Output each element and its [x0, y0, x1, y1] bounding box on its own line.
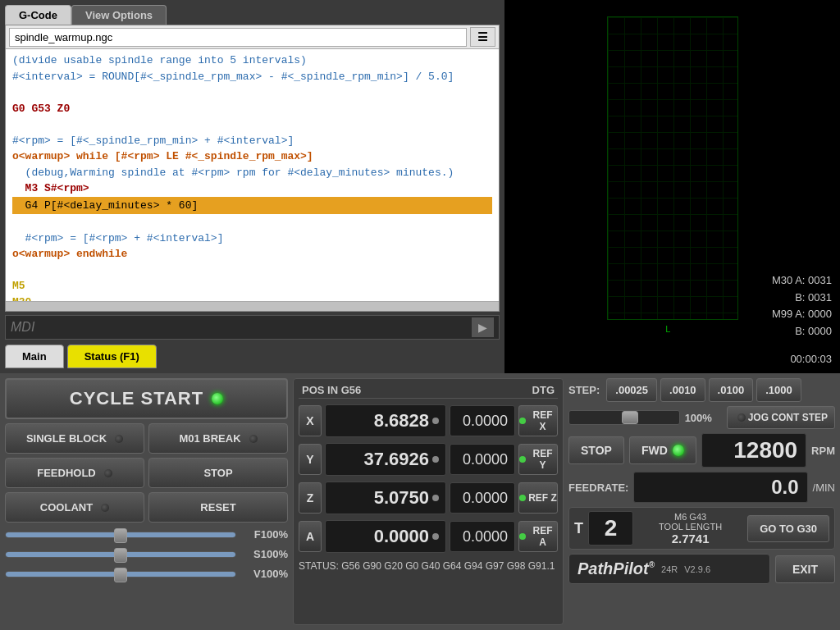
dro-row-z: Z 5.0750 0.0000 REF Z: [299, 480, 558, 516]
grid-lines: [608, 17, 737, 319]
controls-panel: CYCLE START SINGLE BLOCK M01 BREAK FEEDH…: [5, 378, 288, 625]
coolant-button[interactable]: COOLANT: [5, 492, 144, 523]
m01-break-button[interactable]: M01 BREAK: [148, 423, 288, 454]
jog-led: [737, 413, 746, 422]
x-dot: [432, 418, 439, 424]
s-slider-row: S100%: [5, 546, 288, 562]
jog-slider-row: 100% JOG CONT STEP: [568, 406, 835, 429]
jog-cont-step-button[interactable]: JOG CONT STEP: [727, 406, 835, 429]
3d-view-panel: L M30 A: 0031 B: 0031 M99 A: 0000 B: 000…: [504, 0, 840, 373]
file-menu-button[interactable]: ☰: [470, 27, 495, 47]
go-to-g30-button[interactable]: GO TO G30: [747, 515, 829, 542]
z-value: 5.0750: [325, 482, 446, 514]
jog-slider[interactable]: [568, 410, 680, 425]
code-editor[interactable]: (divide usable spindle range into 5 inte…: [6, 49, 499, 301]
feedrate-label: FEEDRATE:: [568, 482, 628, 494]
cycle-start-button[interactable]: CYCLE START: [5, 378, 288, 419]
ref-a-button[interactable]: REF A: [518, 521, 558, 552]
stop-button[interactable]: STOP: [148, 458, 288, 488]
single-block-button[interactable]: SINGLE BLOCK: [5, 423, 144, 454]
dro-header: POS IN G56 DTG: [299, 384, 558, 399]
mdi-input[interactable]: [11, 320, 472, 335]
viewer-status-overlay: M30 A: 0031 B: 0031 M99 A: 0000 B: 0000: [772, 272, 832, 340]
step-label: STEP:: [568, 384, 600, 396]
scrollbar-horizontal[interactable]: [6, 301, 499, 311]
tool-number-display: 2: [588, 511, 633, 546]
timer-display: 00:00:03: [790, 353, 832, 365]
reset-button[interactable]: RESET: [148, 492, 288, 523]
spindle-rpm-display: 12800: [701, 433, 806, 468]
coolant-led: [101, 504, 109, 512]
mdi-submit-button[interactable]: ▶: [472, 317, 494, 337]
bottom-section: CYCLE START SINGLE BLOCK M01 BREAK FEEDH…: [0, 373, 840, 630]
m30-a-label: M30 A: 0031: [772, 272, 832, 290]
tool-length-label: TOOL LENGTH: [659, 522, 722, 532]
feedrate-row: FEEDRATE: 0.0 /MIN: [568, 472, 835, 503]
dro-row-y: Y 37.6926 0.0000 REF Y: [299, 441, 558, 477]
spindle-fwd-button[interactable]: FWD: [629, 436, 696, 464]
feedhold-button[interactable]: FEEDHOLD: [5, 458, 144, 488]
tool-length-value: 2.7741: [672, 532, 710, 546]
ref-a-dot: [519, 533, 526, 540]
step-0010-button[interactable]: .0010: [660, 378, 705, 402]
machine-panel: STEP: .00025 .0010 .0100 .1000 100% JOG …: [568, 378, 835, 625]
tool-info-top: M6 G43: [674, 512, 706, 522]
tab-status[interactable]: Status (F1): [67, 345, 157, 368]
pathpilot-logo: PathPilot® 24R V2.9.6: [568, 554, 770, 584]
status-bar: STATUS: G56 G90 G20 G0 G40 G64 G94 G97 G…: [299, 560, 558, 572]
f-slider-track[interactable]: [5, 532, 236, 538]
l-marker: L: [665, 324, 670, 334]
a-dtg: 0.0000: [450, 521, 515, 552]
grid-box: [607, 16, 738, 320]
z-axis-button[interactable]: Z: [299, 482, 322, 514]
v-slider-label: V100%: [243, 568, 288, 580]
mdi-row: ▶: [5, 315, 500, 340]
left-panel: G-Code View Options spindle_warmup.ngc ☰…: [0, 0, 504, 373]
y-axis-button[interactable]: Y: [299, 444, 322, 475]
jog-slider-thumb: [622, 411, 638, 424]
b-0031-label: B: 0031: [772, 290, 832, 307]
s-slider-track[interactable]: [5, 551, 236, 558]
x-dtg: 0.0000: [450, 405, 515, 436]
step-1000-button[interactable]: .1000: [756, 378, 801, 402]
step-0100-button[interactable]: .0100: [709, 378, 754, 402]
dro-row-a: A 0.0000 0.0000 REF A: [299, 518, 558, 555]
single-block-led: [115, 435, 123, 443]
step-00025-button[interactable]: .00025: [606, 378, 657, 402]
ref-z-button[interactable]: REF Z: [518, 482, 558, 514]
exit-button[interactable]: EXIT: [775, 555, 835, 583]
ref-x-button[interactable]: REF X: [518, 405, 558, 436]
dro-panel: POS IN G56 DTG X 8.6828 0.0000 REF X Y 3…: [293, 378, 564, 625]
cycle-start-label: CYCLE START: [70, 388, 203, 409]
status-value: G56 G90 G20 G0 G40 G64 G94 G97 G98 G91.1: [341, 560, 555, 572]
jog-percent: 100%: [685, 412, 722, 424]
dro-header-pos: POS IN G56: [302, 384, 361, 396]
spindle-row: STOP FWD 12800 RPM: [568, 433, 835, 468]
tab-gcode[interactable]: G-Code: [5, 5, 71, 25]
a-axis-button[interactable]: A: [299, 521, 322, 552]
bottom-tabs: Main Status (F1): [5, 345, 500, 368]
step-row: STEP: .00025 .0010 .0100 .1000: [568, 378, 835, 402]
y-dot: [432, 456, 439, 463]
v-slider-row: V100%: [5, 566, 288, 582]
row-feedhold-stop: FEEDHOLD STOP: [5, 458, 288, 488]
feedhold-led: [104, 469, 112, 477]
ref-y-dot: [519, 456, 526, 463]
file-select[interactable]: spindle_warmup.ngc: [9, 28, 467, 47]
z-dot: [432, 495, 439, 501]
x-axis-button[interactable]: X: [299, 405, 322, 436]
spindle-stop-button[interactable]: STOP: [568, 436, 624, 464]
ref-y-button[interactable]: REF Y: [518, 444, 558, 475]
m99-a-label: M99 A: 0000: [772, 306, 832, 323]
dro-header-dtg: DTG: [532, 384, 555, 396]
fwd-led: [673, 445, 684, 456]
editor-container: spindle_warmup.ngc ☰ (divide usable spin…: [5, 25, 500, 312]
tab-main[interactable]: Main: [5, 345, 64, 368]
tool-info: M6 G43 TOOL LENGTH 2.7741: [638, 512, 742, 546]
f-slider-label: F100%: [243, 528, 288, 541]
t-label: T: [574, 520, 583, 537]
v-slider-track[interactable]: [5, 571, 236, 578]
ref-x-dot: [519, 418, 526, 424]
tab-view-options[interactable]: View Options: [71, 5, 167, 25]
row-single-block-m01: SINGLE BLOCK M01 BREAK: [5, 423, 288, 454]
